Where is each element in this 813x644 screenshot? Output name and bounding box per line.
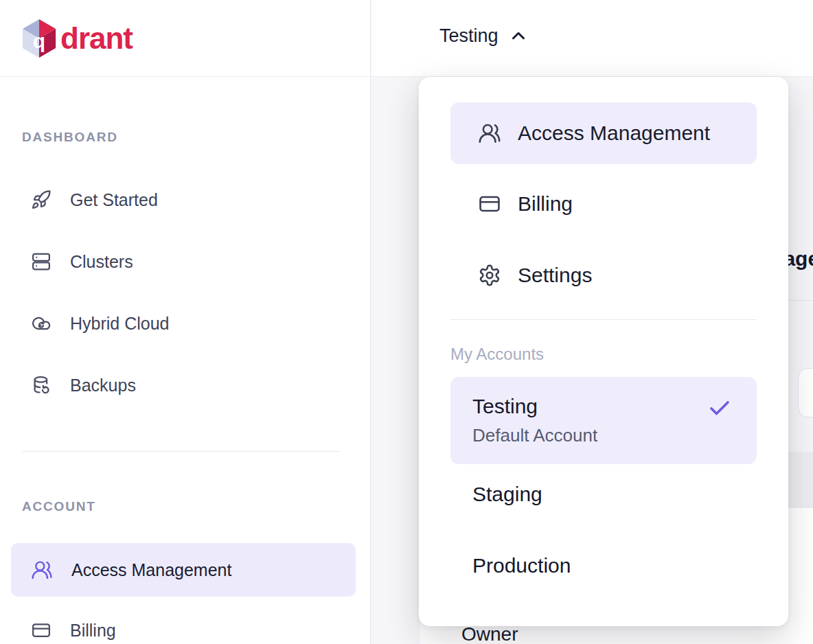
dropdown-item-billing[interactable]: Billing (450, 173, 757, 235)
account-switcher-label: Testing (439, 25, 499, 47)
dropdown-divider (450, 319, 757, 320)
chevron-up-icon (508, 25, 529, 46)
sidebar-item-label: Clusters (70, 252, 133, 272)
sidebar-section-account: ACCOUNT (22, 499, 96, 514)
sidebar-item-label: Access Management (71, 560, 231, 580)
account-option-staging[interactable]: Staging (450, 463, 757, 525)
account-option-production[interactable]: Production (450, 535, 757, 597)
qdrant-logo[interactable]: q drant (22, 19, 133, 58)
account-dropdown-menu: Access Management Billing Settings My Ac… (419, 77, 788, 626)
users-icon (31, 559, 53, 581)
dropdown-item-label: Settings (518, 264, 592, 287)
sidebar-item-label: Hybrid Cloud (70, 314, 170, 334)
credit-card-icon (478, 192, 501, 216)
svg-text:q: q (33, 29, 45, 51)
account-name: Staging (472, 483, 757, 506)
backups-icon (31, 375, 51, 395)
search-input[interactable] (798, 368, 813, 417)
qdrant-logo-icon: q (22, 19, 56, 58)
dropdown-item-label: Billing (518, 192, 573, 216)
sidebar-item-billing[interactable]: Billing (11, 610, 356, 644)
sidebar-divider (22, 451, 339, 452)
sidebar-item-label: Get Started (70, 190, 158, 210)
gear-icon (478, 264, 501, 287)
dropdown-item-label: Access Management (518, 122, 710, 145)
clusters-icon (31, 251, 51, 272)
sidebar-item-backups[interactable]: Backups (11, 365, 356, 406)
table-cell-role: Owner (461, 623, 518, 644)
sidebar-section-dashboard: DASHBOARD (22, 130, 118, 145)
account-switcher-button[interactable]: Testing (439, 21, 529, 51)
account-option-testing[interactable]: Testing Default Account (450, 377, 757, 464)
dropdown-item-access-management[interactable]: Access Management (450, 102, 757, 164)
credit-card-icon (31, 620, 51, 641)
sidebar-item-clusters[interactable]: Clusters (11, 241, 356, 282)
sidebar-item-get-started[interactable]: Get Started (11, 179, 356, 220)
sidebar-item-hybrid-cloud[interactable]: Hybrid Cloud (11, 303, 356, 344)
logo-wordmark: drant (60, 21, 133, 56)
sidebar-item-access-management[interactable]: Access Management (11, 543, 356, 597)
dropdown-item-settings[interactable]: Settings (450, 244, 757, 306)
hybrid-cloud-icon (31, 313, 51, 334)
rocket-icon (31, 189, 51, 210)
account-subtitle: Default Account (472, 425, 757, 446)
my-accounts-heading: My Accounts (450, 345, 544, 364)
check-icon (707, 396, 732, 421)
sidebar: q drant DASHBOARD Get Started Clusters H… (0, 0, 371, 644)
sidebar-header: q drant (0, 0, 371, 77)
main-topbar (371, 0, 813, 77)
sidebar-item-label: Billing (70, 621, 116, 641)
account-name: Production (472, 554, 757, 577)
users-icon (478, 122, 501, 145)
sidebar-item-label: Backups (70, 376, 136, 395)
